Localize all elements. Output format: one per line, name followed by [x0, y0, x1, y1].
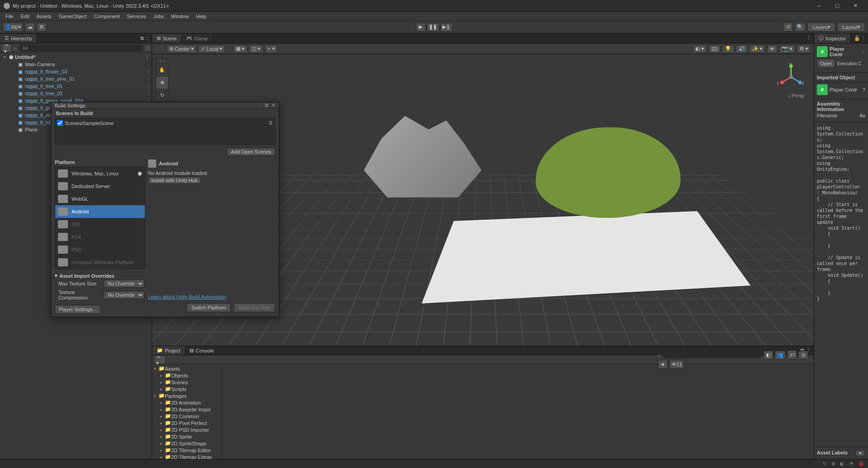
chevron-right-icon[interactable]: › [148, 84, 149, 88]
platform-item[interactable]: Dedicated Server [55, 180, 145, 193]
chevron-icon[interactable]: ▾ [154, 394, 158, 398]
asset-tree-item[interactable]: ▸📁2D Animation [152, 399, 222, 406]
grid-snap-button[interactable]: ▦▾ [233, 45, 247, 53]
hierarchy-item[interactable]: ▣rpgpp_lt_tree_pine_01› [0, 75, 152, 82]
asset-tree-item[interactable]: ▸📁Scripts [152, 386, 222, 392]
move-tool[interactable]: ✥ [156, 77, 168, 89]
search-by-label-button[interactable]: 👥 [775, 351, 786, 360]
asset-tree-item[interactable]: ▸📁Scenes [152, 379, 222, 386]
texture-compression-dropdown[interactable]: No Override [104, 291, 144, 299]
lighting-toggle[interactable]: 💡 [722, 45, 734, 53]
fx-toggle[interactable]: ✨▾ [749, 45, 765, 53]
chevron-icon[interactable]: ▸ [160, 441, 165, 446]
menu-help[interactable]: Help [192, 13, 210, 20]
camera-button[interactable]: 📷▾ [779, 45, 795, 53]
chevron-icon[interactable]: ▸ [160, 380, 165, 385]
open-button[interactable]: Open [817, 59, 835, 68]
platform-item[interactable]: WebGL [55, 193, 145, 205]
platform-list[interactable]: Windows, Mac, Linux⬢Dedicated ServerWebG… [55, 167, 145, 269]
audio-toggle[interactable]: 🔊 [736, 45, 748, 53]
debug-mode-icon[interactable]: 🐞 [858, 461, 864, 467]
rotate-tool[interactable]: ↻ [156, 89, 168, 102]
minimize-button[interactable]: ─ [810, 0, 828, 12]
orientation-gizmo[interactable]: y x z [777, 63, 805, 91]
platform-item[interactable]: PS5 [55, 243, 145, 256]
chevron-icon[interactable]: ▾ [154, 367, 158, 371]
chevron-icon[interactable]: ▸ [160, 414, 165, 419]
help-icon[interactable]: ? [863, 87, 865, 92]
asset-tree[interactable]: ▾📁Assets▸📁Objects▸📁Scenes▸📁Scripts▾📁Pack… [152, 364, 222, 468]
snap-button[interactable]: ◫▾ [249, 45, 263, 53]
menu-assets[interactable]: Assets [33, 13, 55, 20]
popout-icon[interactable]: ⧉ [265, 102, 269, 108]
search-button[interactable]: 🔍 [795, 23, 806, 32]
chevron-icon[interactable]: ▸ [160, 448, 165, 453]
menu-dots-icon[interactable]: ⋮ [145, 35, 150, 41]
gizmos-button[interactable]: ⚙▾ [797, 45, 811, 53]
space-dropdown[interactable]: ⤢Local▾ [198, 45, 225, 53]
pivot-dropdown[interactable]: ⊕Center▾ [167, 45, 197, 53]
menu-dots-icon[interactable]: ⋮ [257, 102, 262, 108]
projection-label[interactable]: ≡ Persp [788, 93, 805, 98]
scene-checkbox[interactable] [57, 120, 63, 126]
popout-icon[interactable]: ⧉ [140, 35, 144, 41]
save-search-button[interactable]: 🏷 [787, 350, 797, 359]
draw-mode-button[interactable]: ◐▾ [693, 45, 707, 53]
menu-dots-icon[interactable]: ⋮ [803, 35, 814, 41]
lock-icon[interactable]: 🔓 [854, 35, 860, 41]
build-and-run-button[interactable]: Build And Run [234, 303, 275, 312]
services-button[interactable]: ⚙ [37, 23, 47, 32]
menu-component[interactable]: Component [90, 13, 123, 20]
chevron-right-icon[interactable]: › [148, 91, 149, 96]
asset-tree-item[interactable]: ▸📁2D Tilemap Editor [152, 447, 222, 454]
add-button[interactable]: ＋▾ [2, 43, 12, 53]
chevron-right-icon[interactable]: › [148, 69, 149, 74]
asset-tree-item[interactable]: ▸📁2D Sprite [152, 433, 222, 440]
switch-platform-button[interactable]: Switch Platform [187, 303, 231, 312]
save-search-2-button[interactable]: ⊘ [798, 351, 808, 360]
overlay-grip[interactable]: ⋮⋮ [156, 58, 168, 64]
asset-tree-item[interactable]: ▸📁2D PSD Importer [152, 426, 222, 433]
scene-root[interactable]: ▾ ⬢ Untitled* ⋮ [0, 53, 152, 61]
menu-dots-icon[interactable]: ⋮ [145, 55, 149, 59]
global-illumination-icon[interactable]: ◐ [840, 461, 844, 467]
progress-icon[interactable]: ◔ [849, 461, 854, 467]
pause-button[interactable]: ❚❚ [427, 23, 439, 32]
console-tab[interactable]: ▤Console [185, 346, 218, 355]
platform-item[interactable]: Windows, Mac, Linux⬢ [55, 167, 145, 180]
scene-entry-label[interactable]: Scenes/SampleScene [65, 121, 114, 126]
execution-order-label[interactable]: Execution C [837, 61, 862, 66]
chevron-icon[interactable]: ▸ [160, 428, 165, 432]
platform-item[interactable]: PS4 [55, 231, 145, 243]
project-search-input[interactable] [662, 351, 762, 358]
maximize-button[interactable]: ▢ [828, 0, 846, 12]
close-icon[interactable]: ✕ [271, 102, 275, 108]
increment-snap-button[interactable]: ⌁▾ [265, 45, 278, 53]
hierarchy-item[interactable]: ▣rpgpp_lt_flower_03› [0, 68, 152, 75]
menu-jobs[interactable]: Jobs [150, 13, 168, 20]
chevron-right-icon[interactable]: › [148, 77, 149, 81]
chevron-down-icon[interactable]: ▾ [4, 55, 9, 59]
chevron-icon[interactable]: ▸ [160, 373, 165, 378]
inspector-tab[interactable]: ⓘInspector [814, 34, 851, 43]
hierarchy-item[interactable]: ▣rpgpp_lt_tree_02› [0, 90, 152, 97]
asset-tree-item[interactable]: ▸📁Objects [152, 372, 222, 379]
menu-window[interactable]: Window [168, 13, 192, 20]
layers-dropdown[interactable]: Layers▾ [807, 23, 835, 32]
asset-tree-item[interactable]: ▸📁2D Common [152, 413, 222, 420]
hierarchy-search-input[interactable] [19, 44, 144, 52]
chevron-icon[interactable]: ▸ [160, 455, 165, 459]
platform-item[interactable]: Android [55, 205, 145, 218]
platform-item[interactable]: iOS [55, 218, 145, 231]
auto-refresh-icon[interactable]: ↻ [823, 461, 827, 467]
cache-server-icon[interactable]: ⊗ [831, 461, 835, 467]
scenes-in-build-list[interactable]: Scenes/SampleScene 0 [55, 118, 275, 145]
undo-history-button[interactable]: ↺ [783, 23, 793, 32]
max-texture-size-dropdown[interactable]: No Override [104, 280, 144, 288]
asset-tree-item[interactable]: ▸📁2D Pixel Perfect [152, 420, 222, 426]
hierarchy-item[interactable]: ▣rpgpp_lt_tree_01› [0, 82, 152, 90]
drag-handle-icon[interactable]: ⋮⋮ [155, 46, 165, 52]
chevron-icon[interactable]: ▸ [160, 407, 165, 412]
chevron-icon[interactable]: ▸ [160, 421, 165, 425]
platform-item[interactable]: Universal Windows Platform [55, 256, 145, 269]
